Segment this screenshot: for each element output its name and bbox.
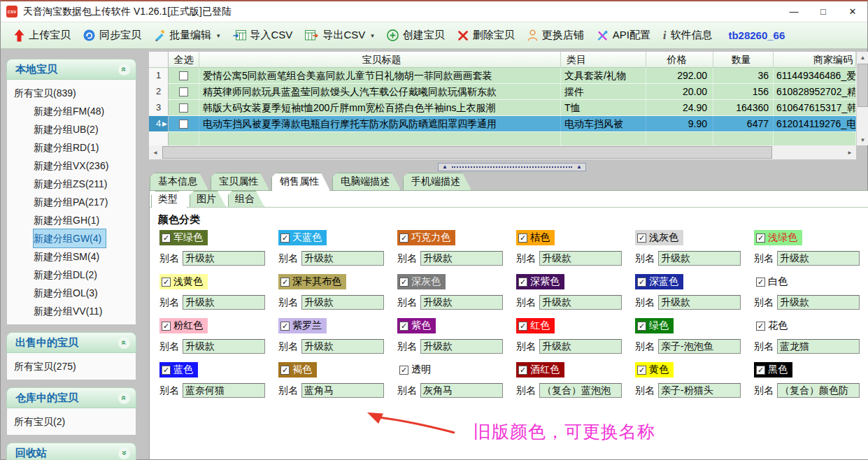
row-checkbox[interactable] (179, 87, 188, 96)
dropdown-caret-icon[interactable]: ▾ (371, 32, 374, 39)
alias-input[interactable] (539, 295, 622, 310)
checkbox-checked-icon[interactable]: ✓ (280, 278, 290, 287)
alias-input[interactable] (777, 295, 860, 310)
alias-input[interactable] (420, 339, 503, 354)
checkbox-checked-icon[interactable]: ✓ (399, 366, 408, 375)
minimize-button[interactable]: — (779, 1, 809, 22)
subtab-combo[interactable]: 组合 (228, 191, 264, 207)
tab-sales-attrs[interactable]: 销售属性 (271, 173, 330, 191)
collapse-up-icon[interactable]: « (118, 392, 130, 404)
col-header-price[interactable]: 价格 (646, 52, 713, 67)
alias-input[interactable] (420, 383, 503, 398)
checkbox-checked-icon[interactable]: ✓ (399, 322, 408, 331)
row-checkbox[interactable] (179, 71, 188, 80)
alias-input[interactable] (420, 251, 503, 266)
sidebar-item-all-local[interactable]: 所有宝贝(839) (7, 84, 136, 102)
hscroll-thumb[interactable] (162, 146, 772, 159)
sidebar-item-group[interactable]: 新建分组VV(11) (34, 302, 107, 320)
scroll-left-icon[interactable]: ◄ (149, 145, 162, 159)
alias-input[interactable] (539, 251, 622, 266)
checkbox-checked-icon[interactable]: ✓ (280, 322, 290, 331)
alias-input[interactable] (183, 295, 265, 310)
table-horizontal-scrollbar[interactable]: ◄ ► (149, 145, 856, 159)
sidebar-item-all-warehouse[interactable]: 所有宝贝(2) (7, 412, 136, 431)
sidebar-item-group[interactable]: 新建分组SM(4) (34, 247, 104, 266)
sync-button[interactable]: 同步宝贝 (77, 25, 148, 46)
table-row[interactable]: 3 韩版大码女装夏季短袖t恤200斤胖mm宽松百搭白色半袖ins上衣服潮 T恤 … (149, 100, 856, 116)
sidebar-item-all-onsale[interactable]: 所有宝贝(275) (7, 357, 136, 375)
checkbox-checked-icon[interactable]: ✓ (162, 278, 171, 287)
checkbox-checked-icon[interactable]: ✓ (518, 233, 527, 243)
alias-input[interactable] (183, 383, 265, 398)
delete-item-button[interactable]: 删除宝贝 (451, 25, 521, 46)
sidebar-item-group[interactable]: 新建分组RD(1) (34, 138, 103, 157)
table-row[interactable]: 2 精英律师同款玩具蓝盈莹同款馒头人汽车载公仔戴曦同款玩偶靳东款 摆件 20.0… (149, 84, 856, 100)
sidebar-item-group[interactable]: 新建分组PA(217) (34, 193, 112, 211)
sidebar-item-group[interactable]: 新建分组VX(236) (34, 157, 113, 175)
alias-input[interactable] (658, 295, 741, 310)
col-header-qty[interactable]: 数量 (713, 52, 774, 67)
account-id[interactable]: tb28260_66 (728, 29, 785, 41)
checkbox-checked-icon[interactable]: ✓ (162, 366, 171, 375)
batch-edit-button[interactable]: 批量编辑 ▾ (148, 25, 227, 46)
tab-pc-desc[interactable]: 电脑端描述 (332, 173, 401, 190)
export-csv-button[interactable]: 导出CSV ▾ (299, 25, 380, 46)
dropdown-caret-icon[interactable]: ▾ (217, 32, 220, 39)
api-config-button[interactable]: API配置 (590, 25, 657, 46)
row-checkbox[interactable] (179, 120, 188, 129)
alias-input[interactable] (777, 339, 860, 354)
import-csv-button[interactable]: 导入CSV (227, 25, 299, 46)
sidebar-item-group[interactable]: 新建分组UB(2) (34, 120, 103, 138)
col-header-category[interactable]: 类目 (561, 52, 646, 67)
software-info-button[interactable]: i 软件信息 (657, 25, 718, 46)
tab-basic-info[interactable]: 基本信息 (150, 173, 208, 190)
subtab-type[interactable]: 类型 (151, 191, 187, 208)
col-header-code[interactable]: 商家编码 (774, 52, 856, 67)
checkbox-checked-icon[interactable]: ✓ (637, 233, 646, 243)
create-item-button[interactable]: 创建宝贝 (380, 25, 451, 46)
sidebar-item-group-selected[interactable]: 新建分组GW(4) (34, 229, 106, 247)
upload-button[interactable]: 上传宝贝 (8, 25, 77, 46)
checkbox-checked-icon[interactable]: ✓ (162, 322, 171, 331)
alias-input[interactable] (777, 251, 860, 266)
checkbox-checked-icon[interactable]: ✓ (518, 322, 527, 331)
alias-input[interactable] (777, 383, 860, 398)
alias-input[interactable] (658, 339, 741, 354)
subtab-image[interactable]: 图片 (190, 191, 226, 207)
collapse-up-icon[interactable]: « (118, 337, 130, 349)
sidebar-section-header-onsale[interactable]: 出售中的宝贝 « (6, 332, 136, 353)
checkbox-checked-icon[interactable]: ✓ (280, 233, 290, 243)
table-row-selected[interactable]: 4▶ 电动车挡风被夏季薄款电瓶自行摩托车防水防风防晒遮阳罩四季通用 电动车挡风被… (149, 116, 856, 132)
sidebar-section-header-warehouse[interactable]: 仓库中的宝贝 « (6, 387, 136, 408)
checkbox-checked-icon[interactable]: ✓ (756, 233, 765, 243)
checkbox-checked-icon[interactable]: ✓ (637, 322, 646, 331)
alias-input[interactable] (183, 251, 265, 266)
checkbox-checked-icon[interactable]: ✓ (518, 366, 527, 375)
checkbox-checked-icon[interactable]: ✓ (756, 278, 765, 287)
alias-input[interactable] (183, 339, 265, 354)
row-checkbox[interactable] (179, 103, 188, 113)
col-header-title[interactable]: 宝贝标题 (199, 52, 561, 67)
table-row[interactable]: 1 爱情公寓5同款画笔组合美嘉同款儿童节日礼物胡一菲同款画画套装 文具套装/礼物… (149, 68, 856, 84)
col-header-select[interactable]: 全选 (169, 52, 199, 67)
alias-input[interactable] (539, 383, 622, 398)
vscroll-thumb[interactable] (858, 64, 868, 107)
sidebar-item-group[interactable]: 新建分组GH(1) (34, 211, 104, 229)
sidebar-item-group[interactable]: 新建分组OL(3) (34, 284, 102, 302)
tab-item-attrs[interactable]: 宝贝属性 (211, 173, 269, 190)
alias-input[interactable] (301, 339, 384, 354)
sidebar-section-header-recycle[interactable]: 回收站 « (6, 443, 136, 460)
sidebar-item-group[interactable]: 新建分组ZS(211) (34, 175, 112, 193)
collapse-up-icon[interactable]: « (118, 64, 130, 76)
checkbox-checked-icon[interactable]: ✓ (518, 278, 527, 287)
tab-mobile-desc[interactable]: 手机端描述 (403, 173, 471, 190)
checkbox-checked-icon[interactable]: ✓ (399, 233, 408, 243)
checkbox-checked-icon[interactable]: ✓ (637, 366, 646, 375)
alias-input[interactable] (301, 251, 384, 266)
scroll-down-icon[interactable]: ▼ (857, 134, 868, 145)
alias-input[interactable] (539, 339, 622, 354)
checkbox-checked-icon[interactable]: ✓ (756, 366, 765, 375)
checkbox-checked-icon[interactable]: ✓ (399, 278, 408, 287)
sidebar-item-group[interactable]: 新建分组FM(48) (34, 102, 108, 120)
close-button[interactable]: ✕ (838, 1, 867, 22)
